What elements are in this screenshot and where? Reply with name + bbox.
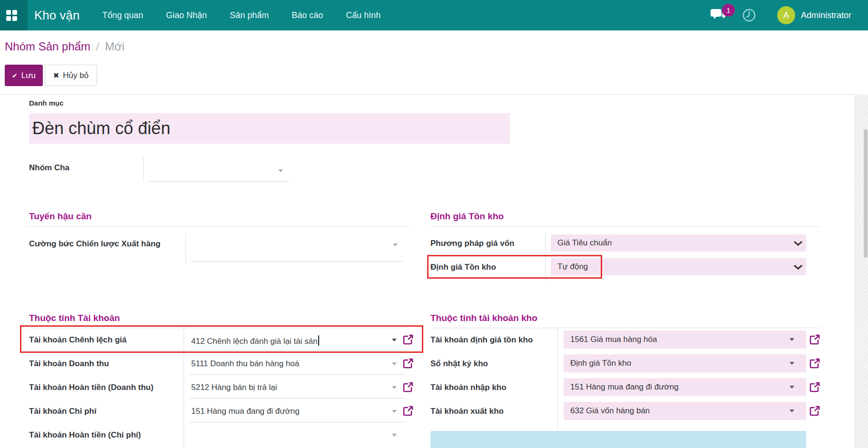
- inventory-valuation-label: Định giá Tồn kho: [430, 263, 496, 272]
- user-menu[interactable]: Administrator: [801, 0, 851, 30]
- chevron-down-icon: [790, 409, 794, 412]
- chevron-down-icon: [790, 338, 794, 341]
- save-button[interactable]: ✔ Lưu: [5, 65, 43, 86]
- field-separator: [184, 325, 184, 448]
- stock-input-account-select[interactable]: 151 Hàng mua đang đi đường: [564, 378, 806, 396]
- field-underline: [188, 398, 406, 399]
- income-refund-account-input[interactable]: 5212 Hàng bán bị trả lại: [191, 383, 277, 392]
- stock-journal-label: Sổ nhật ký kho: [430, 359, 488, 369]
- vertical-scrollbar[interactable]: [864, 129, 868, 258]
- external-link-icon[interactable]: [402, 381, 414, 393]
- chevron-down-icon[interactable]: [392, 339, 397, 341]
- section-rule: [430, 328, 820, 328]
- chevron-down-icon: [393, 243, 398, 246]
- sheet-divider: [0, 94, 854, 95]
- price-difference-account-label: Tài khoản Chênh lệch giá: [29, 335, 127, 345]
- discard-button[interactable]: ✖ Hủy bỏ: [45, 65, 97, 86]
- field-separator: [143, 157, 144, 182]
- costing-method-select[interactable]: Giá Tiêu chuẩn: [551, 234, 806, 252]
- expense-account-input[interactable]: 151 Hàng mua đang đi đường: [191, 407, 300, 416]
- avatar[interactable]: A: [777, 6, 795, 24]
- category-name-input[interactable]: Đèn chùm cổ điển: [29, 113, 510, 144]
- section-title-account-props: Thuộc tính Tài khoản: [29, 313, 120, 323]
- check-icon: ✔: [12, 72, 18, 79]
- stock-output-account-label: Tài khoản xuất kho: [430, 407, 504, 416]
- external-link-icon[interactable]: [809, 405, 820, 417]
- activities-clock-icon[interactable]: [742, 8, 756, 22]
- field-underline: [188, 422, 406, 422]
- force-removal-label: Cường bức Chiến lược Xuất hàng: [29, 239, 160, 249]
- breadcrumb-current: Mới: [105, 40, 125, 53]
- apps-menu-button[interactable]: [0, 0, 28, 30]
- menu-item-reports[interactable]: Báo cáo: [292, 0, 323, 30]
- stock-valuation-account-label: Tài khoản định giá tồn kho: [430, 335, 533, 345]
- income-account-input[interactable]: 5111 Doanh thu bán hàng hoá: [191, 359, 299, 369]
- chevron-down-icon[interactable]: [392, 410, 397, 413]
- chevron-down-icon[interactable]: [392, 362, 397, 365]
- main-menu: Tổng quan Giao Nhận Sản phẩm Báo cáo Cấu…: [102, 0, 380, 30]
- text-cursor: [318, 335, 319, 346]
- top-navbar: Kho vận Tổng quan Giao Nhận Sản phẩm Báo…: [0, 0, 868, 30]
- breadcrumb-separator: /: [96, 40, 99, 53]
- external-link-icon[interactable]: [809, 381, 820, 393]
- info-alert-box: [430, 431, 806, 448]
- chevron-down-icon[interactable]: [392, 434, 397, 437]
- field-underline: [188, 350, 406, 351]
- stock-valuation-account-select[interactable]: 1561 Giá mua hàng hóa: [564, 331, 806, 349]
- external-link-icon[interactable]: [809, 334, 820, 345]
- message-count-badge[interactable]: 1: [722, 4, 735, 17]
- external-link-icon[interactable]: [809, 358, 820, 369]
- breadcrumb-parent-link[interactable]: Nhóm Sản phẩm: [5, 40, 90, 53]
- income-account-label: Tài khoản Doanh thu: [29, 359, 109, 369]
- force-removal-dropdown[interactable]: [190, 240, 403, 262]
- section-rule: [26, 226, 410, 227]
- menu-item-settings[interactable]: Cấu hình: [346, 0, 380, 30]
- income-refund-account-label: Tài khoản Hoàn tiền (Doanh thu): [29, 383, 154, 392]
- stock-journal-select[interactable]: Định giá Tồn kho: [564, 354, 806, 372]
- menu-item-products[interactable]: Sản phẩm: [230, 0, 269, 30]
- chevron-down-icon: [793, 241, 803, 246]
- costing-method-label: Phương pháp giá vốn: [430, 239, 514, 248]
- section-title-logistics: Tuyến hậu cần: [29, 211, 92, 222]
- parent-group-dropdown[interactable]: [148, 162, 289, 182]
- stock-input-account-label: Tài khoản nhập kho: [430, 383, 507, 392]
- apps-grid-icon: [6, 10, 17, 20]
- chevron-down-icon: [790, 386, 794, 389]
- price-difference-account-input[interactable]: 412 Chênh lệch đánh giá lại tài sản: [191, 335, 319, 346]
- section-title-valuation: Định giá Tồn kho: [430, 211, 504, 222]
- chevron-down-icon: [790, 362, 794, 365]
- app-title[interactable]: Kho vận: [34, 0, 79, 30]
- field-separator: [557, 328, 558, 428]
- field-separator: [545, 232, 546, 282]
- expense-refund-account-label: Tài khoản Hoàn tiền (Chi phí): [29, 430, 141, 440]
- chevron-down-icon: [278, 169, 283, 172]
- field-separator: [185, 233, 186, 263]
- field-underline: [188, 374, 406, 375]
- chevron-down-icon[interactable]: [392, 386, 397, 389]
- external-link-icon[interactable]: [402, 358, 414, 369]
- breadcrumb: Nhóm Sản phẩm / Mới: [5, 40, 125, 53]
- external-link-icon[interactable]: [402, 405, 414, 417]
- chevron-down-icon: [793, 264, 803, 270]
- category-name-label: Danh mục: [29, 99, 64, 107]
- stock-output-account-select[interactable]: 632 Giá vốn hàng bán: [564, 402, 806, 420]
- section-rule: [26, 328, 410, 328]
- section-title-stock-props: Thuộc tính tài khoản kho: [430, 313, 537, 323]
- parent-group-label: Nhóm Cha: [29, 163, 69, 173]
- menu-item-transfers[interactable]: Giao Nhận: [166, 0, 207, 30]
- menu-item-overview[interactable]: Tổng quan: [102, 0, 143, 30]
- expense-account-label: Tài khoản Chi phí: [29, 407, 97, 416]
- inventory-valuation-select[interactable]: Tự động: [551, 258, 806, 275]
- x-icon: ✖: [53, 71, 59, 80]
- section-rule: [430, 226, 820, 227]
- external-link-icon[interactable]: [402, 334, 414, 345]
